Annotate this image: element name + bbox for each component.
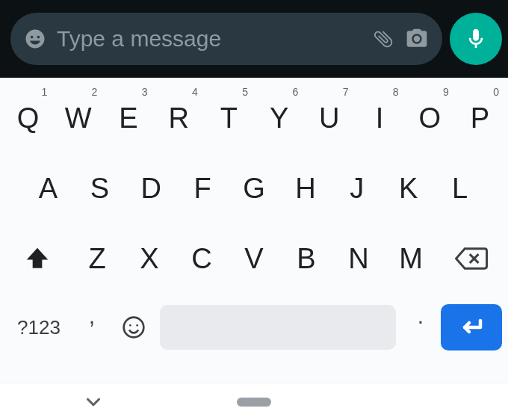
message-input[interactable] xyxy=(57,26,362,52)
svg-point-0 xyxy=(124,318,144,338)
key-o[interactable]: 9O xyxy=(405,83,455,153)
key-d[interactable]: D xyxy=(126,153,177,223)
hide-keyboard-icon[interactable] xyxy=(82,391,105,413)
keyboard-row-4: ?123 , . xyxy=(0,294,508,361)
key-u[interactable]: 7U xyxy=(304,83,354,153)
attachment-icon[interactable] xyxy=(372,28,394,50)
key-n[interactable]: N xyxy=(332,223,385,294)
key-j[interactable]: J xyxy=(331,153,382,223)
home-handle[interactable] xyxy=(237,398,271,407)
key-g[interactable]: G xyxy=(229,153,280,223)
emoji-icon[interactable] xyxy=(24,28,46,50)
key-h[interactable]: H xyxy=(279,153,331,223)
key-f[interactable]: F xyxy=(177,153,229,223)
key-y[interactable]: 6Y xyxy=(254,83,304,153)
camera-icon[interactable] xyxy=(405,27,429,51)
navigation-bar xyxy=(0,383,508,420)
key-p[interactable]: 0P xyxy=(455,83,505,153)
key-a[interactable]: A xyxy=(22,153,74,223)
comma-key[interactable]: , xyxy=(72,303,112,351)
key-m[interactable]: M xyxy=(385,223,437,294)
key-s[interactable]: S xyxy=(74,153,126,223)
keyboard-row-3: Z X C V B N M xyxy=(0,223,508,294)
emoji-key[interactable] xyxy=(112,315,155,339)
svg-point-2 xyxy=(136,324,138,327)
key-r[interactable]: 4R xyxy=(154,83,204,153)
key-e[interactable]: 3E xyxy=(103,83,153,153)
svg-point-1 xyxy=(129,324,131,327)
period-key[interactable]: . xyxy=(400,303,441,351)
key-w[interactable]: 2W xyxy=(53,83,103,153)
message-input-bar xyxy=(0,0,508,78)
spacebar[interactable] xyxy=(160,305,396,350)
keyboard-row-1: 1Q 2W 3E 4R 5T 6Y 7U 8I 9O 0P xyxy=(0,83,508,153)
keyboard: 1Q 2W 3E 4R 5T 6Y 7U 8I 9O 0P A S D F G … xyxy=(0,78,508,383)
enter-key[interactable] xyxy=(441,304,502,350)
backspace-key[interactable] xyxy=(437,245,505,272)
key-x[interactable]: X xyxy=(123,223,176,294)
voice-message-button[interactable] xyxy=(450,13,502,65)
key-b[interactable]: B xyxy=(280,223,332,294)
key-k[interactable]: K xyxy=(382,153,434,223)
symbols-key[interactable]: ?123 xyxy=(6,316,72,339)
key-t[interactable]: 5T xyxy=(204,83,254,153)
key-q[interactable]: 1Q xyxy=(3,83,53,153)
shift-key[interactable] xyxy=(3,244,71,273)
key-l[interactable]: L xyxy=(434,153,486,223)
key-v[interactable]: V xyxy=(228,223,280,294)
message-pill xyxy=(10,13,442,65)
key-c[interactable]: C xyxy=(176,223,228,294)
key-i[interactable]: 8I xyxy=(354,83,404,153)
keyboard-row-2: A S D F G H J K L xyxy=(0,153,508,223)
key-z[interactable]: Z xyxy=(71,223,123,294)
